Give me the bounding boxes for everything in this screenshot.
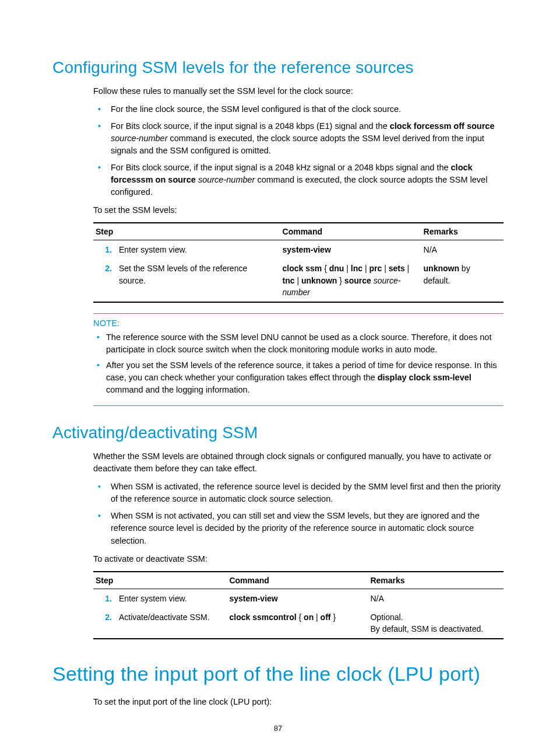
step-number: 1. (93, 589, 117, 608)
cmd-text: } (331, 612, 336, 622)
rem-line: Optional. (370, 611, 499, 623)
cmd-text: { (322, 264, 329, 273)
step-desc: Set the SSM levels of the reference sour… (117, 259, 280, 302)
command-cell: system-view (227, 589, 368, 608)
rule-item: For the line clock source, the SSM level… (93, 103, 504, 116)
table-header-row: Step Command Remarks (93, 572, 504, 589)
note-list: The reference source with the SSM level … (93, 331, 504, 396)
list-item: When SSM is activated, the reference sou… (93, 481, 504, 505)
col-remarks: Remarks (421, 223, 504, 240)
col-step: Step (93, 572, 227, 589)
section-heading-activate-ssm: Activating/deactivating SSM (52, 424, 504, 442)
italic-text: source-number (196, 175, 255, 184)
col-command: Command (227, 572, 368, 589)
cmd-bold: system-view (229, 594, 277, 603)
step-desc: Enter system view. (117, 240, 280, 260)
page-number: 87 (0, 724, 556, 733)
lead-paragraph: To set the SSM levels: (93, 204, 504, 216)
cmd-bold: unknown (301, 276, 337, 285)
remarks-cell: Optional. By default, SSM is deactivated… (368, 608, 504, 639)
rem-line: By default, SSM is deactivated. (370, 623, 499, 635)
activate-list: When SSM is activated, the reference sou… (93, 481, 504, 547)
cmd-bold: clock ssm (283, 264, 322, 273)
rule-item: For Bits clock source, if the input sign… (93, 120, 504, 157)
text: For Bits clock source, if the input sign… (111, 163, 451, 172)
chapter-heading-lpu-port: Setting the input port of the line clock… (52, 663, 504, 685)
rules-list: For the line clock source, the SSM level… (93, 103, 504, 198)
rule-item: For Bits clock source, if the input sign… (93, 162, 504, 198)
cmd-bold: source (344, 276, 371, 285)
cmd-text: | (382, 264, 388, 273)
table-row: 2. Set the SSM levels of the reference s… (93, 259, 504, 302)
lead-paragraph: To activate or deactivate SSM: (93, 553, 504, 565)
list-item: When SSM is not activated, you can still… (93, 510, 504, 547)
activate-ssm-table: Step Command Remarks 1. Enter system vie… (93, 571, 504, 640)
cmd-bold: on (304, 612, 314, 622)
col-step: Step (93, 223, 280, 240)
intro-paragraph: Whether the SSM levels are obtained thro… (93, 450, 504, 475)
intro-paragraph: Follow these rules to manually set the S… (93, 85, 504, 97)
ssm-levels-table: Step Command Remarks 1. Enter system vie… (93, 222, 504, 303)
italic-text: source-number (111, 134, 168, 143)
note-item: The reference source with the SSM level … (93, 331, 504, 356)
cmd-text: } (337, 276, 344, 285)
cmd-text: | (405, 264, 410, 273)
note-label: NOTE: (93, 318, 504, 328)
remarks-cell: N/A (421, 240, 504, 260)
intro-paragraph: To set the input port of the line clock … (93, 696, 504, 708)
rem-bold: unknown (424, 264, 459, 273)
text: For Bits clock source, if the input sign… (111, 121, 390, 131)
cmd-bold: tnc (283, 276, 295, 285)
table-row: 2. Activate/deactivate SSM. clock ssmcon… (93, 608, 504, 639)
step-desc: Activate/deactivate SSM. (117, 608, 227, 639)
bold-text: clock forcessm off source (390, 121, 495, 131)
section3-body: To set the input port of the line clock … (93, 696, 504, 708)
table-row: 1. Enter system view. system-view N/A (93, 589, 504, 608)
command-cell: system-view (280, 240, 421, 260)
cmd-text: | (314, 612, 320, 622)
remarks-cell: N/A (368, 589, 504, 608)
command-cell: clock ssm { dnu | lnc | prc | sets | tnc… (280, 259, 421, 302)
section1-body: Follow these rules to manually set the S… (93, 85, 504, 406)
col-remarks: Remarks (368, 572, 504, 589)
note-bold: display clock ssm-level (378, 373, 471, 382)
cmd-bold: clock ssmcontrol (229, 612, 296, 622)
table-header-row: Step Command Remarks (93, 223, 504, 240)
section-heading-ssm-levels: Configuring SSM levels for the reference… (52, 58, 504, 77)
cmd-bold: prc (369, 264, 382, 273)
cmd-text: | (344, 264, 350, 273)
page: Configuring SSM levels for the reference… (0, 0, 556, 756)
command-cell: clock ssmcontrol { on | off } (227, 608, 368, 639)
section2-body: Whether the SSM levels are obtained thro… (93, 450, 504, 639)
note-item: After you set the SSM levels of the refe… (93, 359, 504, 396)
table-row: 1. Enter system view. system-view N/A (93, 240, 504, 260)
step-number: 1. (93, 240, 117, 260)
cmd-text: | (363, 264, 369, 273)
cmd-bold: off (321, 612, 331, 622)
step-number: 2. (93, 259, 117, 302)
cmd-bold: dnu (329, 264, 344, 273)
cmd-bold: system-view (283, 245, 331, 254)
note-text: command and the logging information. (106, 385, 250, 394)
step-desc: Enter system view. (117, 589, 227, 608)
cmd-bold: sets (389, 264, 405, 273)
cmd-text: | (295, 276, 301, 285)
cmd-bold: lnc (351, 264, 363, 273)
note-block: NOTE: The reference source with the SSM … (93, 313, 504, 406)
remarks-cell: unknown by default. (421, 259, 504, 302)
col-command: Command (280, 223, 421, 240)
cmd-text: { (297, 612, 304, 622)
step-number: 2. (93, 608, 117, 639)
